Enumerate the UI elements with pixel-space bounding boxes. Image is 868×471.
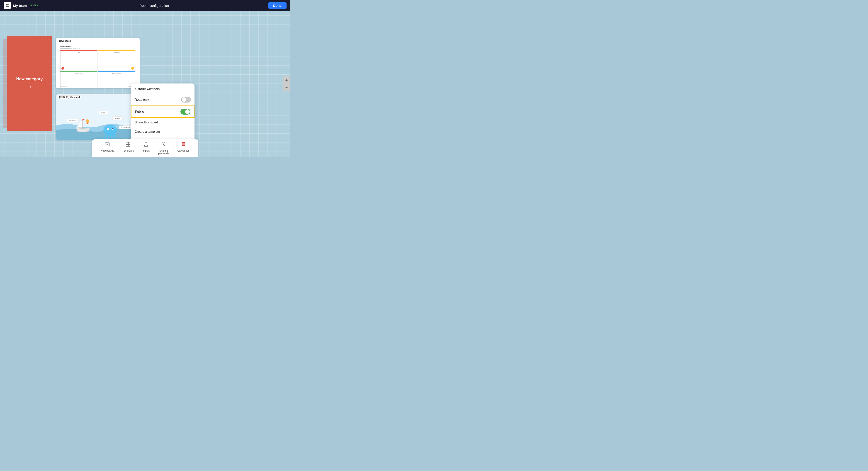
new-category-panel[interactable]: New category → bbox=[7, 36, 52, 131]
svg-text:Guide: Guide bbox=[101, 112, 106, 114]
new-boards-icon bbox=[104, 142, 110, 148]
svg-point-10 bbox=[107, 128, 108, 129]
svg-rect-26 bbox=[126, 145, 128, 146]
back-button[interactable]: ‹ bbox=[135, 87, 136, 91]
header-title: Room configuration bbox=[140, 4, 169, 7]
wade-cell-give: Give bodies bbox=[98, 71, 135, 88]
create-template-label: Create a template bbox=[135, 130, 160, 134]
wade-cell-escalate: Escalate bbox=[98, 50, 135, 71]
svg-point-3 bbox=[7, 6, 9, 7]
done-button[interactable]: Done bbox=[268, 2, 287, 9]
board-card-public[interactable]: [PUBLIC] My board bbox=[56, 94, 140, 140]
share-board-label: Share this board bbox=[135, 120, 158, 124]
board-card-new[interactable]: New board WADE Matrix Don't Miss do we n… bbox=[56, 38, 140, 88]
public-toggle[interactable] bbox=[181, 109, 190, 115]
team-logo bbox=[4, 2, 11, 9]
public-row[interactable]: Public ➤ bbox=[131, 106, 194, 118]
wade-header: WADE Matrix bbox=[56, 45, 140, 48]
svg-point-0 bbox=[6, 4, 7, 5]
new-boards-label: New boards bbox=[101, 149, 114, 152]
svg-text:Threats: Threats bbox=[115, 118, 120, 119]
wade-icon-fix bbox=[61, 67, 64, 70]
import-icon bbox=[143, 142, 149, 148]
more-actions-header: ‹ MORE ACTIONS bbox=[131, 84, 194, 94]
wade-subheader: Don't Miss do we need it...? bbox=[56, 48, 140, 50]
categories-icon bbox=[181, 142, 186, 148]
svg-point-12 bbox=[86, 119, 89, 123]
cursor-indicator: ➤ bbox=[193, 109, 194, 114]
svg-point-7 bbox=[103, 124, 117, 136]
wade-cell-fix: Fix bbox=[60, 50, 97, 71]
svg-point-1 bbox=[7, 4, 9, 5]
wade-label-escalate: Escalate bbox=[98, 51, 135, 53]
new-category-label: New category bbox=[16, 77, 42, 82]
svg-text:Strengths: Strengths bbox=[69, 120, 76, 122]
sharing-label: Sharingproposals bbox=[158, 149, 169, 155]
zoom-controls: + − bbox=[283, 77, 290, 91]
sharing-icon bbox=[161, 142, 166, 148]
canvas: New category → New board WADE Matrix Don… bbox=[0, 11, 290, 157]
header-left: My team PUBLIC bbox=[4, 2, 40, 9]
toolbar-categories[interactable]: Categories bbox=[174, 142, 194, 154]
read-only-label: Read only bbox=[135, 98, 149, 101]
board2-inner: [PUBLIC] My board bbox=[56, 94, 140, 140]
new-category-arrow: → bbox=[26, 83, 33, 90]
team-name: My team bbox=[13, 4, 27, 7]
zoom-in-button[interactable]: + bbox=[284, 78, 289, 83]
read-only-toggle[interactable] bbox=[181, 97, 191, 102]
wade-label-fix: Fix bbox=[61, 51, 97, 53]
toolbar-import[interactable]: Import bbox=[138, 142, 154, 154]
wade-icon-escalate bbox=[131, 67, 134, 70]
board1-inner: New board WADE Matrix Don't Miss do we n… bbox=[56, 38, 140, 88]
svg-text:Weaknesses: Weaknesses bbox=[121, 127, 130, 128]
svg-rect-25 bbox=[128, 142, 130, 144]
board2-illustration: Strengths Guide Weaknesses Threats bbox=[56, 101, 140, 140]
toolbar-templates[interactable]: Templates bbox=[118, 142, 138, 154]
zoom-out-button[interactable]: − bbox=[284, 85, 289, 90]
header: My team PUBLIC Room configuration Done bbox=[0, 0, 290, 11]
share-board-row[interactable]: Share this board bbox=[131, 118, 194, 127]
wade-footer-left: Can control bbox=[60, 86, 67, 87]
wade-cell-keep: Keep doing bbox=[60, 71, 97, 88]
board2-title: [PUBLIC] My board bbox=[58, 95, 82, 99]
read-only-row[interactable]: Read only bbox=[131, 94, 194, 106]
categories-label: Categories bbox=[178, 149, 189, 152]
svg-rect-27 bbox=[128, 145, 130, 146]
more-actions-title: MORE ACTIONS bbox=[138, 88, 160, 90]
wade-label-give: Give bodies bbox=[98, 72, 135, 74]
templates-label: Templates bbox=[122, 149, 134, 152]
wade-grid: Fix Escalate Keep doing Give bodies bbox=[60, 50, 135, 88]
svg-rect-24 bbox=[126, 142, 128, 144]
wade-footer: Can control Can't control bbox=[56, 86, 140, 88]
bottom-toolbar: New boards Templates bbox=[92, 139, 198, 157]
toolbar-sharing[interactable]: Sharingproposals bbox=[154, 142, 173, 157]
public-badge: PUBLIC bbox=[29, 4, 40, 7]
templates-icon bbox=[125, 142, 131, 148]
toolbar-new-boards[interactable]: New boards bbox=[97, 142, 118, 154]
svg-point-11 bbox=[112, 128, 113, 129]
public-thumb bbox=[185, 109, 190, 114]
import-label: Import bbox=[142, 149, 149, 152]
public-label: Public bbox=[135, 110, 144, 113]
board1-title: New board bbox=[58, 39, 72, 43]
read-only-thumb bbox=[182, 97, 186, 102]
wade-label-keep: Keep doing bbox=[61, 72, 97, 74]
create-template-row[interactable]: Create a template bbox=[131, 127, 194, 136]
